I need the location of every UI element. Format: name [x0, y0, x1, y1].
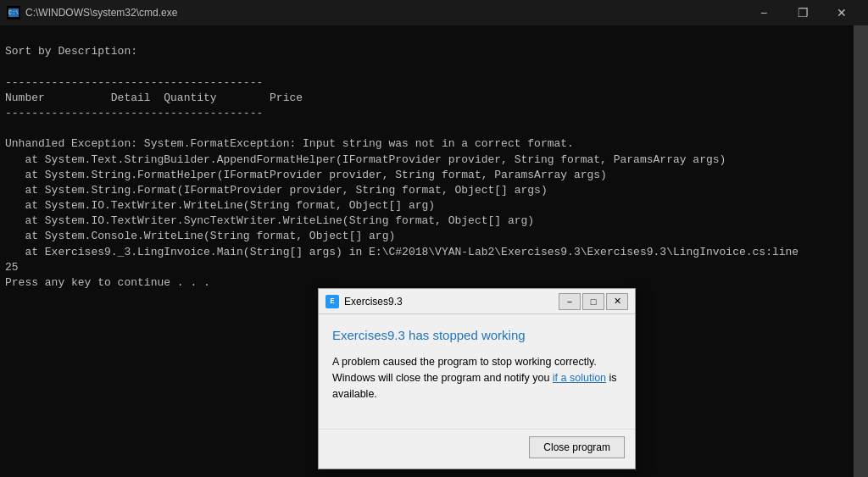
console-line-exception: Unhandled Exception: System.FormatExcept…: [5, 136, 863, 152]
main-window: C:\ C:\WINDOWS\system32\cmd.exe − ❐ ✕ So…: [0, 0, 868, 477]
console-line-trace6: at System.Console.WriteLine(String forma…: [5, 229, 863, 244]
console-line-trace3: at System.String.Format(IFormatProvider …: [5, 183, 863, 198]
dialog-title-bar: E Exercises9.3 − □ ✕: [319, 289, 635, 314]
dialog-title-left: E Exercises9.3: [326, 295, 403, 308]
console-line-trace4: at System.IO.TextWriter.WriteLine(String…: [5, 198, 863, 214]
console-line-trace7: at Exercises9._3.LingInvoice.Main(String…: [5, 245, 863, 260]
dialog-heading: Exercises9.3 has stopped working: [332, 328, 621, 342]
dialog-link: if a solution: [553, 372, 606, 384]
restore-button[interactable]: ❐: [783, 0, 822, 25]
minimize-button[interactable]: −: [744, 0, 783, 25]
dialog-footer: Close program: [319, 429, 635, 469]
console-line-sep1: ---------------------------------------: [5, 75, 863, 91]
console-line-blank1: [5, 59, 863, 75]
window-title: C:\WINDOWS\system32\cmd.exe: [25, 7, 177, 19]
dialog-title-text: Exercises9.3: [344, 296, 403, 308]
dialog-restore-button[interactable]: □: [582, 293, 604, 310]
dialog-minimize-button[interactable]: −: [559, 293, 581, 310]
console-line-linenum: 25: [5, 260, 863, 275]
dialog-app-icon: E: [326, 295, 339, 308]
cmd-icon: C:\: [7, 6, 20, 19]
close-program-button[interactable]: Close program: [529, 436, 625, 458]
console-line-trace1: at System.Text.StringBuilder.AppendForma…: [5, 153, 863, 168]
dialog-body: Exercises9.3 has stopped working A probl…: [319, 314, 635, 429]
console-line-sep2: ---------------------------------------: [5, 106, 863, 121]
console-line-blank2: [5, 121, 863, 136]
console-line-trace5: at System.IO.TextWriter.SyncTextWriter.W…: [5, 214, 863, 229]
title-bar-left: C:\ C:\WINDOWS\system32\cmd.exe: [7, 6, 177, 19]
title-buttons: − ❐ ✕: [744, 0, 861, 25]
dialog-close-button[interactable]: ✕: [606, 293, 628, 310]
title-bar: C:\ C:\WINDOWS\system32\cmd.exe − ❐ ✕: [0, 0, 868, 25]
dialog-title-buttons: − □ ✕: [559, 293, 628, 310]
close-button[interactable]: ✕: [822, 0, 861, 25]
dialog-message: A problem caused the program to stop wor…: [332, 354, 621, 402]
console-line-trace2: at System.String.FormatHelper(IFormatPro…: [5, 168, 863, 183]
error-dialog: E Exercises9.3 − □ ✕ Exercises9.3 has st…: [318, 288, 636, 469]
scrollbar[interactable]: [854, 25, 868, 477]
console-line: [5, 29, 863, 44]
console-line-header: Number Detail Quantity Price: [5, 91, 863, 106]
console-line-sort: Sort by Description:: [5, 44, 863, 59]
